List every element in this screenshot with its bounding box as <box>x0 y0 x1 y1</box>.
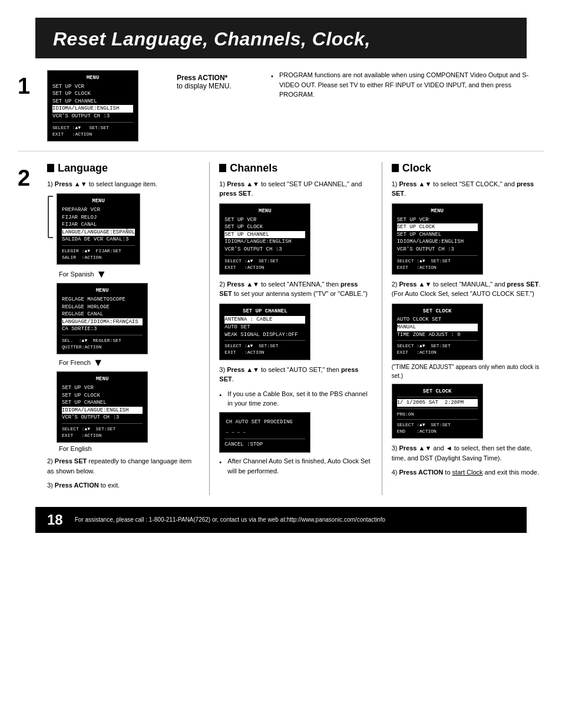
ch-sub3: 3) Press ▲▼ to select "AUTO SET," then p… <box>219 365 372 384</box>
step2-columns: Language 1) Press ▲▼ to select language … <box>47 162 544 495</box>
lang-menu2: MENU REGLAGE MAGNETOSCOPE REGLAGE HORLOG… <box>57 283 148 354</box>
ch-menu1: MENU SET UP VCR SET UP CLOCK SET UP CHAN… <box>219 203 310 275</box>
step1-menu-screen: MENU SET UP VCR SET UP CLOCK SET UP CHAN… <box>47 70 138 141</box>
arrow-down-spanish: ▼ <box>96 268 107 281</box>
bullet-icon: • <box>271 71 276 81</box>
step1-left: MENU SET UP VCR SET UP CLOCK SET UP CHAN… <box>47 70 165 141</box>
step1-action: Press ACTION* to display MENU. <box>177 70 259 90</box>
step1-action-label: Press ACTION* <box>177 74 227 82</box>
page-title: Reset Language, Channels, Clock, <box>53 28 509 50</box>
clk-sub3: 3) Press ▲▼ and ◄ to select, then set th… <box>392 443 544 463</box>
channels-header: Channels <box>219 162 372 174</box>
lang-sub1: 1) Press ▲▼ to select language item. <box>47 179 200 189</box>
ch-menu2: SET UP CHANNEL ANTENNA : CABLE AUTO SET … <box>219 304 310 360</box>
page-number: 18 <box>47 512 63 528</box>
language-header-block <box>47 164 54 172</box>
footer-text: For assistance, please call : 1-800-211-… <box>75 516 385 523</box>
ch-bullet2: • After Channel Auto Set is finished, Au… <box>219 456 372 476</box>
clk-menu1: MENU SET UP VCR SET UP CLOCK SET UP CHAN… <box>392 203 483 275</box>
col-language: Language 1) Press ▲▼ to select language … <box>47 162 210 495</box>
col-channels: Channels 1) Press ▲▼ to select "SET UP C… <box>210 162 382 495</box>
clock-header: Clock <box>392 162 544 174</box>
spanish-label: For Spanish <box>59 271 94 278</box>
step1-bullet: • PROGRAM functions are not available wh… <box>271 70 544 100</box>
lang-menu-spanish-group: MENU PREPARAR VCR FIJAR RELOJ FIJAR CANA… <box>47 193 200 453</box>
language-header: Language <box>47 162 200 174</box>
channels-title: Channels <box>230 162 277 174</box>
step1-bullet-text: PROGRAM functions are not available when… <box>279 70 544 100</box>
clk-menu3: SET CLOCK 1/ 1/2005 SAT 2:20PM PRG:ON SE… <box>392 384 483 439</box>
clock-title: Clock <box>402 162 431 174</box>
bullet-icon-2: • <box>219 390 224 400</box>
arrow-down-french: ▼ <box>93 357 104 369</box>
clk-menu2: SET CLOCK AUTO CLOCK SET MANUAL TIME ZON… <box>392 304 483 360</box>
page-footer: 18 For assistance, please call : 1-800-2… <box>35 507 527 533</box>
step-1-number: 1 <box>18 75 41 97</box>
clk-sub1: 1) Press ▲▼ to select "SET CLOCK," and p… <box>392 179 544 199</box>
lang-menu3: MENU SET UP VCR SET UP CLOCK SET UP CHAN… <box>57 371 148 443</box>
step-2-number: 2 <box>18 167 41 189</box>
bullet-icon-3: • <box>219 457 224 467</box>
ch-bullet2-text: After Channel Auto Set is finished, Auto… <box>227 456 372 476</box>
ch-bullet1: • If you use a Cable Box, set it to the … <box>219 389 372 409</box>
language-title: Language <box>58 162 108 174</box>
french-label: For French <box>59 359 91 366</box>
col-clock: Clock 1) Press ▲▼ to select "SET CLOCK,"… <box>382 162 544 495</box>
step1-action-sub: to display MENU. <box>177 82 232 90</box>
ch-bullet1-text: If you use a Cable Box, set it to the PB… <box>227 389 372 409</box>
lang-menu1: MENU PREPARAR VCR FIJAR RELOJ FIJAR CANA… <box>57 193 140 265</box>
clock-header-block <box>392 164 399 172</box>
clk-sub4: 4) Press ACTION to start Clock and exit … <box>392 467 544 477</box>
step-2: 2 Language 1) Press ▲▼ to select languag… <box>18 162 544 495</box>
step-1: 1 MENU SET UP VCR SET UP CLOCK SET UP CH… <box>18 70 544 151</box>
ch-sub2: 2) Press ▲▼ to select "ANTENNA," then pr… <box>219 279 372 299</box>
english-label: For English <box>59 445 92 452</box>
clk-sub2: 2) Press ▲▼ to select "MANUAL," and pres… <box>392 279 544 299</box>
ch-sub1: 1) Press ▲▼ to select "SET UP CHANNEL," … <box>219 179 372 199</box>
clk-sub2-note: ("TIME ZONE ADJUST" appears only when au… <box>392 363 544 380</box>
lang-sub2: 2) Press SET repeatedly to change langua… <box>47 456 200 476</box>
page-header: Reset Language, Channels, Clock, <box>35 18 527 58</box>
ch-menu3: CH AUTO SET PROCEDING ~ ~ ~ ~ CANCEL :ST… <box>219 412 310 453</box>
lang-sub3: 3) Press ACTION to exit. <box>47 480 200 490</box>
bracket-icon <box>47 193 54 241</box>
channels-header-block <box>219 164 226 172</box>
